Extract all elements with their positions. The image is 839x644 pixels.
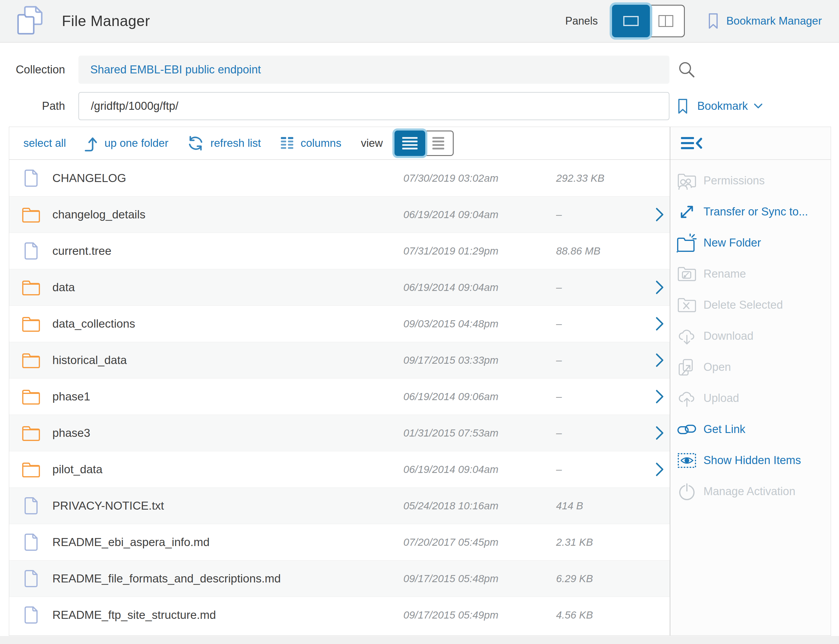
sidebar-item-upload[interactable]: Upload [670, 383, 831, 414]
bookmark-dropdown[interactable]: Bookmark [678, 98, 763, 114]
select-all-button[interactable]: select all [23, 137, 66, 150]
file-manager-logo-icon [16, 5, 49, 38]
file-modified-date: 09/17/2015 05:49pm [403, 609, 498, 621]
columns-button[interactable]: columns [279, 136, 342, 151]
table-row-CHANGELOG[interactable]: CHANGELOG 07/30/2019 03:02am 292.33 KB [9, 160, 670, 196]
panels-toggle-dual[interactable] [647, 5, 685, 37]
up-arrow-icon [83, 134, 99, 153]
table-row-README_ftp_site_structure.md[interactable]: README_ftp_site_structure.md 09/17/2015 … [9, 596, 670, 633]
bookmark-manager-button[interactable]: Bookmark Manager [708, 13, 822, 29]
table-row-PRIVACY-NOTICE.txt[interactable]: PRIVACY-NOTICE.txt 05/24/2018 10:16am 41… [9, 488, 670, 524]
sidebar-item-delete-selected[interactable]: Delete Selected [670, 289, 831, 320]
up-one-folder-button[interactable]: up one folder [83, 134, 168, 153]
view-toggle-list[interactable] [394, 130, 425, 156]
bookmark-icon [708, 13, 719, 29]
table-row-phase3[interactable]: phase3 01/31/2015 07:53am – [9, 415, 670, 451]
chevron-right-icon[interactable] [655, 389, 664, 404]
file-icon [24, 242, 38, 260]
chevron-right-icon[interactable] [655, 462, 664, 477]
file-icon [24, 569, 38, 588]
bookmark-icon [678, 98, 688, 114]
compact-view-icon [432, 137, 444, 150]
file-name: historical_data [53, 354, 126, 367]
file-name: phase1 [53, 390, 90, 403]
toolbar: select all up one folder [9, 127, 670, 160]
sidebar-item-show-hidden-items[interactable]: Show Hidden Items [670, 445, 831, 476]
file-size: – [556, 209, 562, 220]
sidebar-menu: Permissions Transfer or Sync to... New F… [670, 160, 831, 507]
table-row-data_collections[interactable]: data_collections 09/03/2015 04:48pm – [9, 306, 670, 342]
file-panel: select all up one folder [9, 127, 670, 636]
open-icon [670, 358, 703, 377]
chevron-right-icon[interactable] [655, 353, 664, 368]
sidebar-item-transfer-or-sync-to[interactable]: Transfer or Sync to... [670, 196, 831, 227]
table-row-README_file_formats_and_descriptions.md[interactable]: README_file_formats_and_descriptions.md … [9, 560, 670, 596]
file-name: data [53, 281, 75, 294]
view-toggle-compact[interactable] [423, 130, 454, 156]
dual-panel-icon [658, 15, 673, 27]
transfer-icon [670, 202, 703, 222]
file-manager-app: File Manager Panels Bookmark Manager Col… [0, 0, 839, 644]
table-row-data[interactable]: data 06/19/2014 09:04am – [9, 269, 670, 306]
sidebar-item-manage-activation[interactable]: Manage Activation [670, 476, 831, 507]
file-name: data_collections [53, 317, 135, 330]
file-modified-date: 09/17/2015 05:48pm [403, 573, 498, 585]
file-size: 414 B [556, 500, 583, 512]
new-folder-icon [670, 233, 703, 253]
chevron-right-icon[interactable] [655, 316, 664, 332]
chevron-right-icon[interactable] [655, 425, 664, 441]
location-fields: Collection Shared EMBL-EBI public endpoi… [0, 43, 839, 120]
path-row: Path /gridftp/1000g/ftp/ Bookmark [0, 92, 839, 120]
file-modified-date: 07/20/2017 05:45pm [403, 536, 498, 548]
sidebar-item-rename[interactable]: Rename [670, 258, 831, 289]
file-icon [24, 496, 38, 515]
sidebar-item-open[interactable]: Open [670, 352, 831, 383]
columns-icon [279, 136, 295, 151]
table-row-README_ebi_aspera_info.md[interactable]: README_ebi_aspera_info.md 07/20/2017 05:… [9, 524, 670, 560]
rename-icon [670, 265, 703, 283]
table-row-pilot_data[interactable]: pilot_data 06/19/2014 09:04am – [9, 451, 670, 488]
folder-icon [22, 388, 40, 405]
file-size: – [556, 318, 562, 330]
folder-icon [22, 206, 40, 223]
folder-icon [22, 279, 40, 296]
sidebar-item-new-folder[interactable]: New Folder [670, 227, 831, 258]
file-icon [24, 533, 38, 552]
bookmark-manager-label: Bookmark Manager [726, 15, 822, 27]
sidebar-item-permissions[interactable]: Permissions [670, 165, 831, 196]
table-row-current.tree[interactable]: current.tree 07/31/2019 01:29pm 88.86 MB [9, 233, 670, 269]
view-label: view [361, 137, 383, 150]
file-name: PRIVACY-NOTICE.txt [53, 499, 164, 512]
chevron-right-icon[interactable] [655, 280, 664, 295]
table-row-phase1[interactable]: phase1 06/19/2014 09:06am – [9, 378, 670, 415]
header: File Manager Panels Bookmark Manager [0, 0, 839, 43]
path-label: Path [0, 100, 65, 112]
collection-value: Shared EMBL-EBI public endpoint [90, 63, 261, 76]
sidebar-item-download[interactable]: Download [670, 320, 831, 352]
chevron-right-icon[interactable] [655, 207, 664, 222]
collapse-panel-icon[interactable] [680, 135, 704, 151]
file-size: – [556, 427, 562, 439]
file-name: README_ftp_site_structure.md [53, 608, 216, 621]
table-row-changelog_details[interactable]: changelog_details 06/19/2014 09:04am – [9, 196, 670, 233]
collection-row: Collection Shared EMBL-EBI public endpoi… [0, 56, 839, 84]
file-modified-date: 06/19/2014 09:06am [403, 391, 498, 402]
file-modified-date: 06/19/2014 09:04am [403, 463, 498, 475]
refresh-icon [187, 135, 205, 152]
file-list: CHANGELOG 07/30/2019 03:02am 292.33 KB c… [9, 160, 670, 636]
panels-toggle-single[interactable] [612, 5, 650, 37]
file-name: pilot_data [53, 463, 102, 476]
folder-icon [22, 352, 40, 368]
file-name: changelog_details [53, 208, 145, 221]
sidebar-item-get-link[interactable]: Get Link [670, 414, 831, 445]
file-name: current.tree [53, 245, 111, 258]
collection-input[interactable]: Shared EMBL-EBI public endpoint [79, 56, 670, 84]
file-modified-date: 07/30/2019 03:02am [403, 172, 498, 184]
table-row-historical_data[interactable]: historical_data 09/17/2015 03:33pm – [9, 342, 670, 378]
refresh-list-button[interactable]: refresh list [187, 135, 261, 152]
file-modified-date: 01/31/2015 07:53am [403, 427, 498, 439]
permissions-icon [670, 171, 703, 190]
panels-toggle [612, 5, 685, 37]
path-input[interactable]: /gridftp/1000g/ftp/ [79, 92, 670, 120]
search-icon[interactable] [677, 60, 697, 80]
